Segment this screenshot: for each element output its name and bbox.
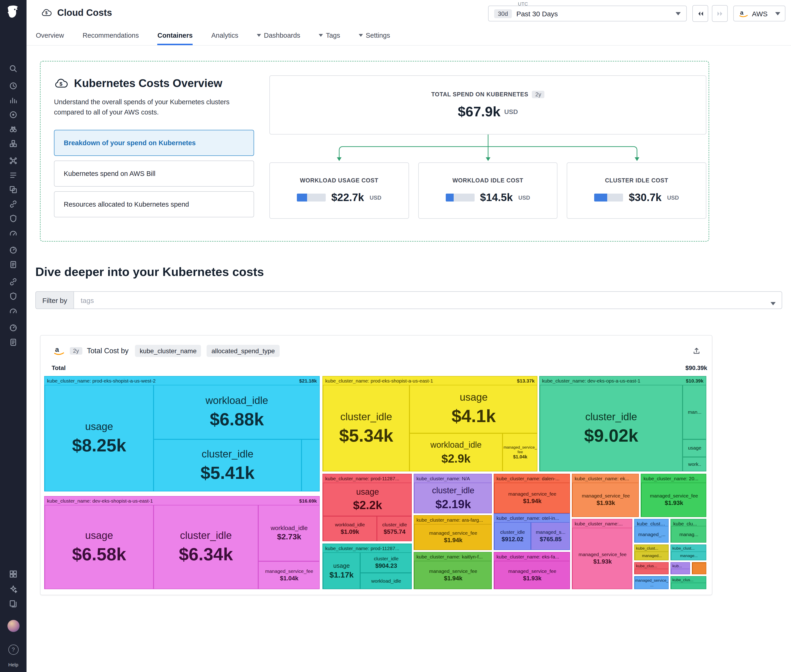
logs-icon[interactable] bbox=[9, 171, 18, 180]
treemap-group-header[interactable]: kube_cluster_name: prod-11287... bbox=[323, 474, 411, 482]
treemap-group-header[interactable]: kube_cluster_name: ek... bbox=[572, 474, 638, 482]
tags-filter-input[interactable] bbox=[74, 291, 782, 309]
treemap-cell-managed-service-fee[interactable]: managed_service_fee$1.93k bbox=[572, 528, 632, 589]
treemap-cell-managed-service-fee[interactable]: managed_service_fee$1.04k bbox=[258, 561, 320, 589]
search-icon[interactable] bbox=[9, 64, 18, 73]
treemap-cell-managed-s[interactable]: managed_s...$765.85 bbox=[531, 522, 570, 550]
treemap-cell-cluster-idle[interactable]: cluster_idle$5.34k bbox=[323, 385, 409, 471]
jump-back-button[interactable] bbox=[692, 5, 708, 22]
ci-icon[interactable] bbox=[9, 185, 18, 194]
treemap-cell-cluster-idle[interactable]: cluster_idle$2.19k bbox=[414, 483, 492, 513]
treemap-cell-managed-service[interactable]: managed_service_... bbox=[634, 577, 669, 589]
treemap-cell-workload-idle[interactable]: workload_idle$2.9k bbox=[409, 433, 503, 471]
option-resources-allocated-to-kubernetes-spend[interactable]: Resources allocated to Kubernetes spend bbox=[54, 191, 254, 217]
treemap-cell-managed[interactable]: managed... bbox=[634, 552, 669, 560]
option-breakdown-of-your-spend-on-kubernetes[interactable]: Breakdown of your spend on Kubernetes bbox=[54, 130, 254, 156]
shield-icon-2[interactable] bbox=[9, 292, 18, 301]
treemap-group-header[interactable]: kube_cluster_name: otel-in... bbox=[494, 514, 569, 522]
history-icon[interactable] bbox=[9, 82, 18, 90]
treemap-cell-managed-service-fee[interactable]: managed_service_fee$1.93k bbox=[572, 483, 639, 517]
link-icon[interactable] bbox=[9, 200, 18, 208]
treemap-group-header[interactable]: kube_cluster_name: dev-eks-shopist-a-us-… bbox=[45, 496, 319, 504]
monitors-icon-2[interactable] bbox=[9, 323, 18, 332]
sparkles-icon[interactable] bbox=[9, 584, 18, 594]
tab-dashboards[interactable]: Dashboards bbox=[257, 26, 300, 45]
treemap-cell-workload-idle[interactable]: workload_idle$6.88k bbox=[153, 385, 320, 439]
treemap-cell-managed-service-fee[interactable]: managed_service_fee$1.04k bbox=[503, 433, 537, 471]
gauge-icon-2[interactable] bbox=[9, 306, 18, 315]
treemap-cell-work[interactable]: work.. bbox=[682, 457, 706, 471]
option-kubernetes-spend-on-aws-bill[interactable]: Kubernetes spend on AWS Bill bbox=[54, 160, 254, 186]
treemap-group-header[interactable]: kube_cluster_name: N/A bbox=[414, 474, 491, 482]
treemap-cell[interactable] bbox=[671, 569, 690, 574]
treemap-cell-usage[interactable]: usage$6.58k bbox=[45, 505, 153, 589]
treemap-group-header[interactable]: kube_cluster_name: 20... bbox=[641, 474, 706, 482]
groupby-pill-allocated-spend-type[interactable]: allocated_spend_type bbox=[207, 345, 280, 357]
treemap-group-header[interactable]: kube_cluster_name:... bbox=[572, 519, 632, 527]
treemap-group-header[interactable]: kube_cluster_name: prod-11287... bbox=[323, 544, 411, 552]
gauge-icon[interactable] bbox=[9, 229, 18, 237]
treemap-group-header[interactable]: kub... bbox=[671, 563, 690, 569]
treemap-group-header[interactable]: kube_cluster_name: prod-eks-shopist-a-us… bbox=[323, 376, 537, 384]
treemap-cell[interactable] bbox=[634, 569, 669, 574]
treemap-cell-manag[interactable]: manag... bbox=[671, 526, 706, 542]
treemap-cell-manage[interactable]: manage... bbox=[671, 552, 706, 560]
treemap-cell-usage[interactable]: usage$2.2k bbox=[323, 483, 412, 516]
treemap-cell-usage[interactable]: usage bbox=[682, 439, 706, 457]
treemap-group-header[interactable]: kube_clus... bbox=[634, 563, 668, 569]
datadog-logo[interactable] bbox=[5, 4, 21, 19]
treemap-group-header[interactable]: kube_cluster_name: eks-fa... bbox=[494, 552, 569, 560]
notebooks-icon-2[interactable] bbox=[9, 338, 18, 347]
treemap-cell-cluster-idle[interactable]: cluster_idle$912.02 bbox=[494, 522, 531, 550]
treemap-group-header[interactable]: kube_cluster_name: prod-eks-shopist-a-us… bbox=[45, 376, 319, 384]
user-avatar[interactable] bbox=[7, 620, 19, 632]
treemap-group-header[interactable]: kube_cluster_name: dalen-... bbox=[494, 474, 569, 482]
tab-overview[interactable]: Overview bbox=[36, 26, 64, 45]
treemap-cell-managed-service-fee[interactable]: managed_service_fee$1.94k bbox=[414, 561, 492, 589]
treemap-cell-usage[interactable]: usage$1.17k bbox=[323, 552, 360, 589]
treemap-group-header[interactable]: kube_clus... bbox=[671, 577, 706, 582]
copy-icon[interactable] bbox=[9, 599, 18, 608]
treemap-cell-cluster-idle[interactable]: cluster_idle$5.41k bbox=[153, 439, 302, 491]
treemap-cell-workload-idle[interactable]: workload_idle bbox=[360, 573, 412, 589]
monitors-icon[interactable] bbox=[9, 246, 18, 254]
help-icon[interactable]: ? bbox=[8, 645, 18, 655]
infrastructure-icon[interactable] bbox=[9, 125, 18, 134]
treemap-cell-managed-service-fee[interactable]: managed_service_fee$1.94k bbox=[414, 524, 492, 550]
treemap-cell-managed-service-fee[interactable]: managed_service_fee$1.93k bbox=[641, 483, 706, 517]
treemap-cell[interactable] bbox=[692, 563, 706, 574]
chevron-down-icon[interactable] bbox=[770, 299, 776, 307]
treemap-cell-usage[interactable]: usage$4.1k bbox=[409, 385, 537, 433]
export-icon[interactable] bbox=[692, 347, 701, 355]
apm-icon[interactable] bbox=[9, 156, 18, 165]
tab-analytics[interactable]: Analytics bbox=[211, 26, 238, 45]
treemap-group-header[interactable]: kube_cluster_name: dev-eks-ops-a-us-east… bbox=[540, 376, 706, 384]
treemap-group-header[interactable]: kube_cluster_name: ara-farg... bbox=[414, 516, 491, 523]
treemap-cell-workload-idle[interactable]: workload_idle$2.73k bbox=[258, 505, 320, 561]
groupby-pill-kube-cluster-name[interactable]: kube_cluster_name bbox=[135, 345, 201, 357]
treemap-cell-managed[interactable]: managed_... bbox=[634, 526, 669, 542]
blocks-icon[interactable] bbox=[9, 570, 18, 578]
tab-recommendations[interactable]: Recommendations bbox=[83, 26, 139, 45]
time-range-select[interactable]: 30d Past 30 Days bbox=[488, 6, 687, 21]
treemap-cell-cluster-idle[interactable]: cluster_idle$904.23 bbox=[360, 552, 412, 573]
treemap-cell[interactable] bbox=[671, 582, 706, 589]
treemap-cell-man[interactable]: man... bbox=[682, 385, 706, 439]
treemap-group-header[interactable]: kube_clust... bbox=[671, 545, 706, 551]
treemap-cell-managed-service-fee[interactable]: managed_service_fee$1.93k bbox=[494, 561, 570, 589]
treemap-cell-managed-service-fee[interactable]: managed_service_fee$1.94k bbox=[494, 483, 570, 513]
metrics-icon[interactable] bbox=[9, 96, 18, 105]
provider-select[interactable]: a AWS bbox=[733, 6, 785, 21]
watchdog-icon[interactable] bbox=[9, 110, 18, 119]
tab-tags[interactable]: Tags bbox=[319, 26, 340, 45]
treemap-cell-cluster-idle[interactable]: cluster_idle$6.34k bbox=[153, 505, 258, 589]
treemap-cell-cluster-idle[interactable]: cluster_idle$9.02k bbox=[540, 385, 682, 471]
shield-icon[interactable] bbox=[9, 214, 18, 223]
link-icon-2[interactable] bbox=[9, 277, 18, 286]
integrations-icon[interactable] bbox=[9, 139, 18, 148]
tab-containers[interactable]: Containers bbox=[158, 26, 193, 45]
jump-forward-button[interactable] bbox=[712, 5, 728, 22]
notebooks-icon[interactable] bbox=[9, 260, 18, 269]
treemap-cell[interactable] bbox=[302, 439, 320, 491]
treemap-cell-usage[interactable]: usage$8.25k bbox=[45, 385, 153, 491]
